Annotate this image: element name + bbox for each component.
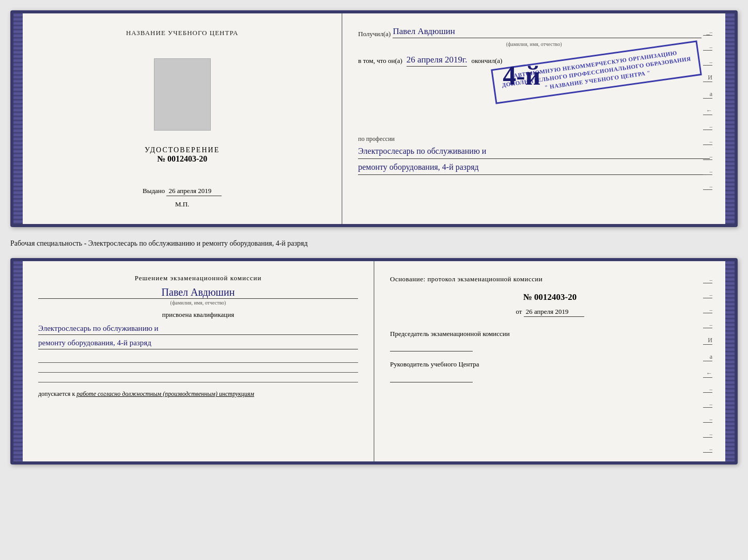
predsedatel-label: Председатель экзаменационной комиссии [390,329,710,339]
right-dashes-top: – – – И а ← – – – – – [703,29,712,190]
bottom-name-hint: (фамилия, имя, отчество) [38,300,358,306]
certificate-title: УДОСТОВЕРЕНИЕ № 0012403-20 [145,146,220,164]
bottom-booklet-right-page: Основание: протокол экзаменационной коми… [375,261,725,461]
top-booklet-left-page: НАЗВАНИЕ УЧЕБНОГО ЦЕНТРА УДОСТОВЕРЕНИЕ №… [23,13,342,224]
training-center-label: НАЗВАНИЕ УЧЕБНОГО ЦЕНТРА [126,29,238,37]
dopuskaetsya-section: допускается к работе согласно должностны… [38,390,358,398]
received-line: Получил(а) Павел Авдюшин – [358,26,710,38]
separator-text: Рабочая специальность - Электрослесарь п… [10,235,738,250]
profession-section: по профессии Электрослесарь по обслужива… [358,134,710,175]
vydano-line: Выдано 26 апреля 2019 [143,187,222,195]
dopuskaetsya-value: работе согласно должностным (производств… [76,390,254,397]
rukovoditel-block: Руководитель учебного Центра [390,359,710,382]
page-wrapper: НАЗВАНИЕ УЧЕБНОГО ЦЕНТРА УДОСТОВЕРЕНИЕ №… [10,10,738,465]
osnование-section: Основание: протокол экзаменационной коми… [390,274,710,316]
top-booklet: НАЗВАНИЕ УЧЕБНОГО ЦЕНТРА УДОСТОВЕРЕНИЕ №… [10,10,738,227]
bottom-booklet-spine-left [13,261,23,461]
received-name: Павел Авдюшин [393,26,701,38]
certificate-number: № 0012403-20 [157,154,207,163]
photo-placeholder [154,58,211,131]
right-dashes-bottom: – – – – И а ← – – – – – [703,277,712,453]
bottom-booklet: Решением экзаменационной комиссии Павел … [10,258,738,465]
predsedatel-block: Председатель экзаменационной комиссии [390,329,710,352]
top-booklet-spine-right [725,13,735,224]
bottom-signature-lines [38,356,358,382]
bottom-name: Павел Авдюшин [38,286,358,299]
decision-title: Решением экзаменационной комиссии [38,274,358,282]
protocol-number-block: № 0012403-20 [390,292,710,302]
bottom-booklet-spine-right [725,261,735,461]
top-booklet-right-page: Получил(а) Павел Авдюшин – (фамилия, имя… [342,13,725,224]
grade-badge: 4-й [503,62,540,89]
rukovoditel-label: Руководитель учебного Центра [390,359,710,370]
ot-date-line: от 26 апреля 2019 [390,308,710,316]
protokol-number: № 0012403-20 [523,292,577,302]
kvalif-line2: ремонту оборудования, 4-й разряд [38,337,358,349]
rukovoditel-signature-line [390,372,473,382]
predsedatel-signature-line [390,341,473,351]
prisvoena-label: присвоена квалификация [38,311,358,319]
bottom-booklet-left-page: Решением экзаменационной комиссии Павел … [23,261,375,461]
mp-label: М.П. [143,200,222,209]
kvalif-line1: Электрослесарь по обслуживанию и [38,322,358,335]
top-booklet-spine-left [13,13,23,224]
